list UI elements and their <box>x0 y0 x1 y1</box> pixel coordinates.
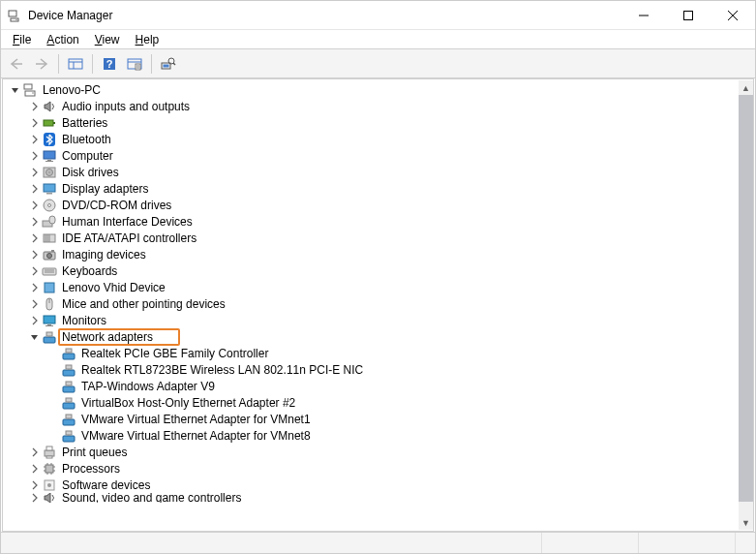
tree-item-label: Print queues <box>60 446 129 459</box>
svg-rect-7 <box>69 59 82 69</box>
disk-icon <box>42 165 57 180</box>
device-tree[interactable]: Lenovo-PCAudio inputs and outputsBatteri… <box>2 78 754 532</box>
network-icon <box>61 379 76 394</box>
tree-item[interactable]: VMware Virtual Ethernet Adapter for VMne… <box>3 411 753 427</box>
tree-item[interactable]: Computer <box>3 147 753 164</box>
network-icon <box>42 329 57 345</box>
back-button <box>5 52 28 76</box>
tree-item-label: Software devices <box>60 478 152 492</box>
svg-rect-61 <box>63 370 75 376</box>
expand-icon[interactable] <box>28 314 42 327</box>
tree-item-label: Display adapters <box>60 182 150 196</box>
expand-icon[interactable] <box>28 264 42 278</box>
statusbar-cell <box>542 533 639 553</box>
tree-item[interactable]: Audio inputs and outputs <box>3 98 753 114</box>
scroll-down-button[interactable]: ▼ <box>739 515 753 530</box>
minimize-button[interactable] <box>621 1 666 30</box>
maximize-button[interactable] <box>666 1 711 30</box>
tree-item[interactable]: Print queues <box>3 444 753 460</box>
tree-item[interactable]: Bluetooth <box>3 131 753 147</box>
tree-item[interactable]: Batteries <box>3 114 753 131</box>
svg-point-89 <box>47 483 51 487</box>
tree-item-label: Sound, video and game controllers <box>60 493 243 503</box>
content-pane: Lenovo-PCAudio inputs and outputsBatteri… <box>1 78 755 532</box>
expand-icon[interactable] <box>28 166 42 179</box>
expand-icon[interactable] <box>28 281 42 294</box>
tree-item[interactable]: Mice and other pointing devices <box>3 295 753 312</box>
tree-item[interactable]: Lenovo-PC <box>3 81 753 98</box>
cpu-icon <box>42 461 57 477</box>
tree-item-label: TAP-Windows Adapter V9 <box>79 380 217 393</box>
mouse-icon <box>42 296 57 312</box>
tree-item[interactable]: Realtek PCIe GBE Family Controller <box>3 345 753 361</box>
expand-icon[interactable] <box>28 199 42 212</box>
forward-button <box>30 52 53 76</box>
svg-rect-79 <box>45 465 53 473</box>
expand-icon[interactable] <box>28 116 42 130</box>
tree-item[interactable]: Keyboards <box>3 262 753 279</box>
tree-item[interactable]: Monitors <box>3 312 753 328</box>
tree-item-label: Realtek PCIe GBE Family Controller <box>79 347 270 360</box>
device-manager-window: Device Manager File Action View Help <box>0 0 756 554</box>
expand-icon[interactable] <box>28 478 42 492</box>
expand-icon[interactable] <box>28 149 42 163</box>
collapse-icon[interactable] <box>9 83 22 97</box>
hid-icon <box>42 214 57 230</box>
expand-icon[interactable] <box>28 215 42 229</box>
close-button[interactable] <box>711 1 755 30</box>
expand-icon[interactable] <box>28 297 42 311</box>
svg-rect-21 <box>24 84 32 89</box>
svg-rect-0 <box>9 11 16 16</box>
tree-item[interactable]: DVD/CD-ROM drives <box>3 197 753 213</box>
menu-action[interactable]: Action <box>39 31 86 48</box>
titlebar: Device Manager <box>1 1 755 30</box>
expand-icon[interactable] <box>28 182 42 196</box>
svg-rect-52 <box>44 316 55 323</box>
show-hide-console-button[interactable] <box>64 52 87 76</box>
scroll-up-button[interactable]: ▲ <box>739 80 753 95</box>
expand-icon[interactable] <box>28 462 42 476</box>
tree-item[interactable]: VMware Virtual Ethernet Adapter for VMne… <box>3 427 753 444</box>
speaker-icon <box>42 99 57 114</box>
tree-item[interactable]: Lenovo Vhid Device <box>3 279 753 295</box>
tree-item[interactable]: Realtek RTL8723BE Wireless LAN 802.11n P… <box>3 361 753 378</box>
tree-item[interactable]: Network adapters <box>3 328 753 345</box>
expand-icon[interactable] <box>28 446 42 459</box>
tree-item[interactable]: Software devices <box>3 477 753 493</box>
help-button[interactable]: ? <box>98 52 121 76</box>
tree-item[interactable]: Disk drives <box>3 164 753 180</box>
expand-icon[interactable] <box>28 248 42 262</box>
tree-item-label: Computer <box>60 149 115 163</box>
svg-rect-64 <box>63 386 75 392</box>
svg-rect-45 <box>51 250 54 252</box>
expand-icon[interactable] <box>28 100 42 113</box>
scan-hardware-button[interactable] <box>157 52 180 76</box>
svg-rect-14 <box>136 64 140 70</box>
expand-icon[interactable] <box>28 231 42 245</box>
tree-item[interactable]: IDE ATA/ATAPI controllers <box>3 230 753 246</box>
tree-item-label: Network adapters <box>58 328 180 346</box>
scroll-thumb[interactable] <box>739 95 753 502</box>
svg-rect-71 <box>66 415 72 418</box>
network-icon <box>61 395 76 411</box>
properties-button[interactable] <box>123 52 146 76</box>
expand-icon[interactable] <box>28 133 42 146</box>
expand-icon[interactable] <box>28 493 42 503</box>
tree-item[interactable]: Processors <box>3 460 753 477</box>
menu-file[interactable]: File <box>5 31 39 48</box>
tree-item[interactable]: Human Interface Devices <box>3 213 753 230</box>
tree-item[interactable]: Imaging devices <box>3 246 753 262</box>
tree-item[interactable]: VirtualBox Host-Only Ethernet Adapter #2 <box>3 394 753 411</box>
svg-text:?: ? <box>106 58 113 70</box>
menu-help[interactable]: Help <box>128 31 167 48</box>
tree-item[interactable]: TAP-Windows Adapter V9 <box>3 378 753 394</box>
svg-rect-67 <box>63 403 75 409</box>
svg-rect-68 <box>66 398 72 402</box>
tree-item[interactable]: Display adapters <box>3 180 753 197</box>
tree-item-label: VMware Virtual Ethernet Adapter for VMne… <box>79 429 313 443</box>
tree-item-label: Monitors <box>60 314 108 327</box>
collapse-icon[interactable] <box>28 330 42 344</box>
tree-item[interactable]: Sound, video and game controllers <box>3 493 753 503</box>
menu-view[interactable]: View <box>87 31 128 48</box>
vertical-scrollbar[interactable]: ▲ ▼ <box>739 80 753 530</box>
